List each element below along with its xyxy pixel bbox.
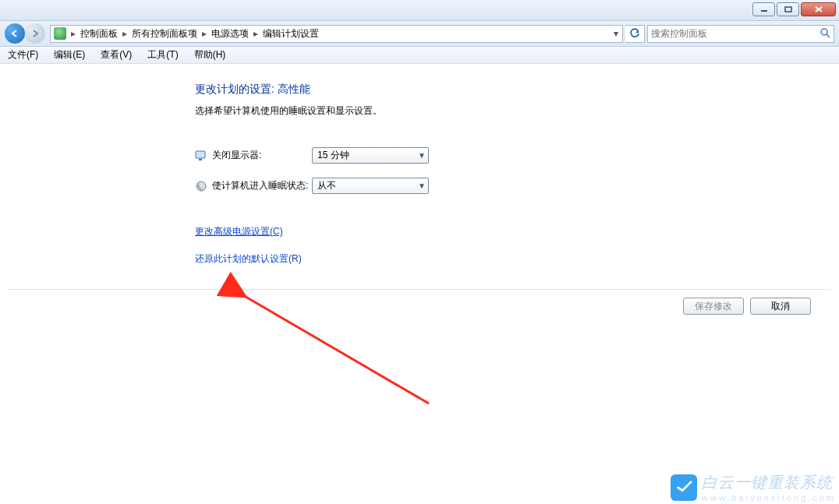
chevron-right-icon: ▸: [200, 28, 208, 39]
page-title: 更改计划的设置: 高性能: [195, 83, 839, 97]
nav-back-forward: [5, 23, 47, 44]
window-titlebar: [0, 0, 839, 21]
link-restore-defaults[interactable]: 还原此计划的默认设置(R): [195, 252, 302, 266]
navigation-bar: ▸ 控制面板 ▸ 所有控制面板项 ▸ 电源选项 ▸ 编辑计划设置 ▾: [0, 21, 839, 47]
label-turn-off-display: 关闭显示器:: [212, 149, 312, 162]
forward-button[interactable]: [25, 23, 45, 44]
close-button[interactable]: [801, 2, 836, 16]
crumb-all-items[interactable]: 所有控制面板项: [129, 27, 200, 41]
maximize-button[interactable]: [777, 2, 799, 16]
monitor-icon: [195, 150, 207, 162]
watermark-logo-icon: [671, 474, 697, 501]
search-input[interactable]: [651, 28, 820, 39]
address-bar[interactable]: ▸ 控制面板 ▸ 所有控制面板项 ▸ 电源选项 ▸ 编辑计划设置 ▾: [50, 25, 623, 43]
control-panel-icon: [54, 27, 66, 40]
menu-file[interactable]: 文件(F): [5, 47, 41, 63]
save-button[interactable]: 保存修改: [683, 298, 744, 315]
back-button[interactable]: [5, 23, 25, 44]
svg-line-5: [827, 34, 830, 37]
moon-icon: [195, 180, 207, 192]
crumb-edit-plan[interactable]: 编辑计划设置: [260, 27, 322, 41]
crumb-control-panel[interactable]: 控制面板: [77, 27, 121, 41]
link-advanced-power[interactable]: 更改高级电源设置(C): [195, 225, 283, 238]
search-box[interactable]: [647, 25, 834, 43]
watermark-brand: 白云一键重装系统: [702, 474, 833, 491]
chevron-right-icon: ▸: [69, 28, 77, 39]
menu-help[interactable]: 帮助(H): [191, 47, 229, 63]
select-value: 从不: [317, 179, 336, 192]
menu-view[interactable]: 查看(V): [97, 47, 135, 63]
row-sleep: 使计算机进入睡眠状态: 从不 ▼: [195, 178, 839, 194]
content-area: 更改计划的设置: 高性能 选择希望计算机使用的睡眠设置和显示设置。 关闭显示器:…: [0, 64, 839, 315]
select-sleep[interactable]: 从不 ▼: [312, 178, 429, 194]
crumb-power-options[interactable]: 电源选项: [208, 27, 252, 41]
links-block: 更改高级电源设置(C) 还原此计划的默认设置(R): [195, 225, 839, 280]
watermark-url: www.baiyunxitong.com: [702, 493, 836, 502]
menu-bar: 文件(F) 编辑(E) 查看(V) 工具(T) 帮助(H): [0, 47, 839, 64]
chevron-right-icon: ▸: [121, 28, 129, 39]
row-turn-off-display: 关闭显示器: 15 分钟 ▼: [195, 147, 839, 164]
chevron-down-icon: ▼: [418, 151, 426, 160]
cancel-button[interactable]: 取消: [750, 298, 811, 315]
chevron-right-icon: ▸: [252, 28, 260, 39]
page-subtitle: 选择希望计算机使用的睡眠设置和显示设置。: [195, 104, 839, 118]
chevron-down-icon: ▼: [418, 182, 426, 190]
watermark: 白云一键重装系统 www.baiyunxitong.com: [671, 472, 836, 502]
minimize-button[interactable]: [752, 2, 775, 16]
select-turn-off-display[interactable]: 15 分钟 ▼: [312, 147, 429, 164]
button-row: 保存修改 取消: [0, 290, 839, 315]
breadcrumb: 控制面板 ▸ 所有控制面板项 ▸ 电源选项 ▸ 编辑计划设置: [77, 26, 610, 42]
address-dropdown-icon[interactable]: ▾: [610, 28, 622, 39]
svg-rect-1: [785, 7, 791, 12]
menu-edit[interactable]: 编辑(E): [51, 47, 88, 63]
svg-point-4: [821, 29, 827, 35]
svg-rect-7: [199, 159, 202, 160]
label-sleep: 使计算机进入睡眠状态:: [212, 179, 312, 192]
select-value: 15 分钟: [317, 149, 349, 162]
svg-rect-6: [196, 151, 205, 158]
menu-tools[interactable]: 工具(T): [144, 47, 181, 63]
search-icon[interactable]: [820, 27, 830, 41]
refresh-button[interactable]: [625, 25, 645, 43]
